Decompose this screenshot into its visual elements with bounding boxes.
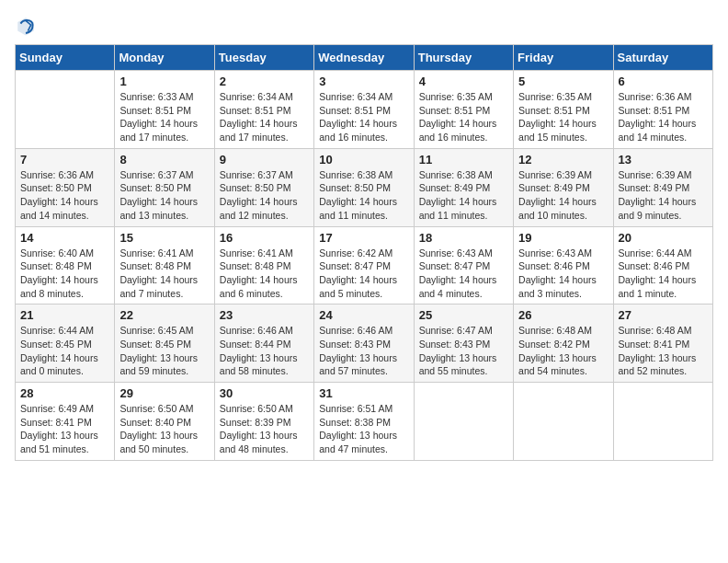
calendar-cell: 10Sunrise: 6:38 AMSunset: 8:50 PMDayligh… xyxy=(314,148,414,226)
day-info: Sunrise: 6:34 AMSunset: 8:51 PMDaylight:… xyxy=(220,90,309,144)
day-number: 22 xyxy=(119,308,209,322)
calendar-cell: 29Sunrise: 6:50 AMSunset: 8:40 PMDayligh… xyxy=(115,383,214,461)
day-info: Sunrise: 6:48 AMSunset: 8:41 PMDaylight:… xyxy=(619,324,708,378)
day-number: 23 xyxy=(220,308,309,322)
weekday-header-tuesday: Tuesday xyxy=(214,45,313,71)
calendar-cell: 5Sunrise: 6:35 AMSunset: 8:51 PMDaylight… xyxy=(514,71,613,149)
day-number: 4 xyxy=(419,75,508,88)
day-number: 14 xyxy=(20,231,109,245)
calendar-cell: 24Sunrise: 6:46 AMSunset: 8:43 PMDayligh… xyxy=(314,304,414,383)
calendar-cell: 2Sunrise: 6:34 AMSunset: 8:51 PMDaylight… xyxy=(214,71,313,149)
weekday-header-friday: Friday xyxy=(514,45,613,71)
day-number: 12 xyxy=(518,153,608,167)
day-info: Sunrise: 6:37 AMSunset: 8:50 PMDaylight:… xyxy=(220,168,309,223)
day-info: Sunrise: 6:36 AMSunset: 8:50 PMDaylight:… xyxy=(20,168,109,223)
calendar-cell: 14Sunrise: 6:40 AMSunset: 8:48 PMDayligh… xyxy=(16,226,115,304)
day-number: 7 xyxy=(20,153,109,167)
day-number: 24 xyxy=(319,308,408,322)
day-info: Sunrise: 6:49 AMSunset: 8:41 PMDaylight:… xyxy=(20,402,109,456)
calendar-cell: 22Sunrise: 6:45 AMSunset: 8:45 PMDayligh… xyxy=(115,304,214,383)
calendar-cell: 4Sunrise: 6:35 AMSunset: 8:51 PMDaylight… xyxy=(414,71,513,149)
calendar-cell xyxy=(613,383,712,461)
weekday-header-monday: Monday xyxy=(115,45,214,71)
day-info: Sunrise: 6:33 AMSunset: 8:51 PMDaylight:… xyxy=(119,90,209,144)
day-number: 13 xyxy=(619,153,708,167)
day-number: 18 xyxy=(419,231,508,245)
day-info: Sunrise: 6:40 AMSunset: 8:48 PMDaylight:… xyxy=(20,247,109,301)
calendar-cell xyxy=(514,383,613,461)
weekday-header-thursday: Thursday xyxy=(414,45,513,71)
logo xyxy=(15,15,40,37)
calendar-cell: 23Sunrise: 6:46 AMSunset: 8:44 PMDayligh… xyxy=(214,304,313,383)
day-number: 6 xyxy=(619,75,708,88)
day-info: Sunrise: 6:39 AMSunset: 8:49 PMDaylight:… xyxy=(518,168,608,223)
day-number: 25 xyxy=(419,308,508,322)
calendar-cell: 19Sunrise: 6:43 AMSunset: 8:46 PMDayligh… xyxy=(514,226,613,304)
day-number: 30 xyxy=(220,386,309,400)
calendar-cell: 12Sunrise: 6:39 AMSunset: 8:49 PMDayligh… xyxy=(514,148,613,226)
calendar-cell: 28Sunrise: 6:49 AMSunset: 8:41 PMDayligh… xyxy=(16,383,115,461)
day-info: Sunrise: 6:46 AMSunset: 8:44 PMDaylight:… xyxy=(220,324,309,378)
calendar-table: SundayMondayTuesdayWednesdayThursdayFrid… xyxy=(15,44,713,461)
day-number: 17 xyxy=(319,231,408,245)
calendar-cell: 11Sunrise: 6:38 AMSunset: 8:49 PMDayligh… xyxy=(414,148,513,226)
calendar-cell: 6Sunrise: 6:36 AMSunset: 8:51 PMDaylight… xyxy=(613,71,712,149)
day-info: Sunrise: 6:43 AMSunset: 8:46 PMDaylight:… xyxy=(518,247,608,301)
day-info: Sunrise: 6:50 AMSunset: 8:39 PMDaylight:… xyxy=(220,402,309,456)
weekday-header-saturday: Saturday xyxy=(613,45,712,71)
day-info: Sunrise: 6:43 AMSunset: 8:47 PMDaylight:… xyxy=(419,247,508,301)
calendar-cell: 21Sunrise: 6:44 AMSunset: 8:45 PMDayligh… xyxy=(16,304,115,383)
day-number: 16 xyxy=(220,231,309,245)
calendar-cell: 20Sunrise: 6:44 AMSunset: 8:46 PMDayligh… xyxy=(613,226,712,304)
day-number: 2 xyxy=(220,75,309,88)
calendar-cell: 3Sunrise: 6:34 AMSunset: 8:51 PMDaylight… xyxy=(314,71,414,149)
calendar-cell: 25Sunrise: 6:47 AMSunset: 8:43 PMDayligh… xyxy=(414,304,513,383)
calendar-cell: 1Sunrise: 6:33 AMSunset: 8:51 PMDaylight… xyxy=(115,71,214,149)
day-info: Sunrise: 6:35 AMSunset: 8:51 PMDaylight:… xyxy=(518,90,608,144)
day-info: Sunrise: 6:38 AMSunset: 8:50 PMDaylight:… xyxy=(319,168,408,223)
logo-icon xyxy=(15,15,37,37)
calendar-cell: 15Sunrise: 6:41 AMSunset: 8:48 PMDayligh… xyxy=(115,226,214,304)
calendar-cell xyxy=(414,383,513,461)
day-number: 1 xyxy=(119,75,209,88)
day-number: 11 xyxy=(419,153,508,167)
day-number: 3 xyxy=(319,75,408,88)
day-number: 8 xyxy=(119,153,209,167)
calendar-week-row: 1Sunrise: 6:33 AMSunset: 8:51 PMDaylight… xyxy=(16,71,713,149)
calendar-cell: 31Sunrise: 6:51 AMSunset: 8:38 PMDayligh… xyxy=(314,383,414,461)
day-number: 31 xyxy=(319,386,408,400)
calendar-week-row: 21Sunrise: 6:44 AMSunset: 8:45 PMDayligh… xyxy=(16,304,713,383)
calendar-week-row: 7Sunrise: 6:36 AMSunset: 8:50 PMDaylight… xyxy=(16,148,713,226)
day-number: 5 xyxy=(518,75,608,88)
day-info: Sunrise: 6:45 AMSunset: 8:45 PMDaylight:… xyxy=(119,324,209,378)
page-header xyxy=(15,15,713,37)
calendar-cell: 30Sunrise: 6:50 AMSunset: 8:39 PMDayligh… xyxy=(214,383,313,461)
weekday-header-wednesday: Wednesday xyxy=(314,45,414,71)
calendar-cell: 17Sunrise: 6:42 AMSunset: 8:47 PMDayligh… xyxy=(314,226,414,304)
day-info: Sunrise: 6:44 AMSunset: 8:45 PMDaylight:… xyxy=(20,324,109,378)
day-info: Sunrise: 6:42 AMSunset: 8:47 PMDaylight:… xyxy=(319,247,408,301)
calendar-cell: 27Sunrise: 6:48 AMSunset: 8:41 PMDayligh… xyxy=(613,304,712,383)
day-number: 20 xyxy=(619,231,708,245)
day-info: Sunrise: 6:47 AMSunset: 8:43 PMDaylight:… xyxy=(419,324,508,378)
day-number: 10 xyxy=(319,153,408,167)
day-info: Sunrise: 6:50 AMSunset: 8:40 PMDaylight:… xyxy=(119,402,209,456)
day-info: Sunrise: 6:34 AMSunset: 8:51 PMDaylight:… xyxy=(319,90,408,144)
day-info: Sunrise: 6:38 AMSunset: 8:49 PMDaylight:… xyxy=(419,168,508,223)
calendar-week-row: 28Sunrise: 6:49 AMSunset: 8:41 PMDayligh… xyxy=(16,383,713,461)
day-info: Sunrise: 6:41 AMSunset: 8:48 PMDaylight:… xyxy=(220,247,309,301)
weekday-header-row: SundayMondayTuesdayWednesdayThursdayFrid… xyxy=(16,45,713,71)
day-number: 9 xyxy=(220,153,309,167)
day-number: 21 xyxy=(20,308,109,322)
day-info: Sunrise: 6:36 AMSunset: 8:51 PMDaylight:… xyxy=(619,90,708,144)
day-info: Sunrise: 6:46 AMSunset: 8:43 PMDaylight:… xyxy=(319,324,408,378)
day-info: Sunrise: 6:39 AMSunset: 8:49 PMDaylight:… xyxy=(619,168,708,223)
day-number: 27 xyxy=(619,308,708,322)
day-number: 19 xyxy=(518,231,608,245)
calendar-cell: 26Sunrise: 6:48 AMSunset: 8:42 PMDayligh… xyxy=(514,304,613,383)
calendar-cell: 7Sunrise: 6:36 AMSunset: 8:50 PMDaylight… xyxy=(16,148,115,226)
calendar-cell: 9Sunrise: 6:37 AMSunset: 8:50 PMDaylight… xyxy=(214,148,313,226)
day-info: Sunrise: 6:41 AMSunset: 8:48 PMDaylight:… xyxy=(119,247,209,301)
calendar-week-row: 14Sunrise: 6:40 AMSunset: 8:48 PMDayligh… xyxy=(16,226,713,304)
day-info: Sunrise: 6:37 AMSunset: 8:50 PMDaylight:… xyxy=(119,168,209,223)
